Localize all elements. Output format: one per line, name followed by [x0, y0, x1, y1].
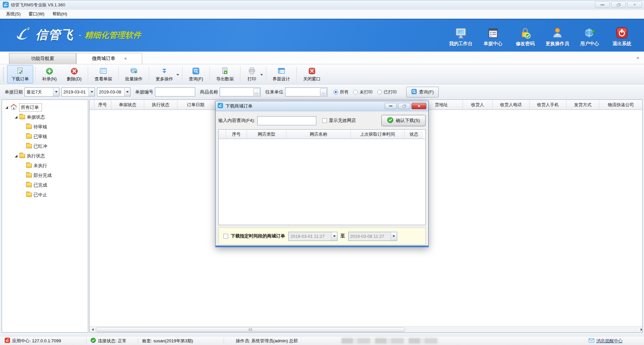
tree-expander-icon[interactable]	[15, 155, 17, 157]
range-from-combo[interactable]: 2019-03-01 11:27	[288, 232, 337, 241]
tree-expander-icon[interactable]	[5, 106, 8, 109]
close-window-button[interactable]: 关闭窗口	[299, 65, 325, 83]
download-orders-label: 下载订单	[11, 76, 29, 82]
menu-help[interactable]: 帮助(H)	[48, 10, 71, 18]
exit-system-button[interactable]: 退出系统	[606, 24, 638, 47]
change-password-button[interactable]: 修改密码	[509, 24, 541, 47]
col-seq[interactable]: 序号	[94, 100, 111, 110]
browse-ellipsis-button[interactable]: …	[320, 88, 327, 95]
dropdown-arrow-icon[interactable]	[260, 74, 263, 76]
menu-window[interactable]: 窗口(W)	[24, 10, 48, 18]
tree-item-aborted[interactable]: 已中止	[2, 190, 88, 200]
scroll-right-icon[interactable]	[636, 327, 642, 332]
toolbar-grip[interactable]	[3, 67, 4, 81]
confirm-download-button[interactable]: 确认下载(S)	[381, 115, 426, 126]
tree-item-audited[interactable]: 已审核	[2, 132, 88, 141]
shop-col-last-fetch-time[interactable]: 上次获取订单时间	[351, 130, 405, 139]
tree-item-pending-audit[interactable]: 待审核	[2, 122, 88, 132]
download-orders-button[interactable]: 下载订单	[7, 65, 33, 83]
close-button[interactable]: ×	[627, 1, 642, 8]
chevron-down-icon[interactable]	[53, 88, 59, 96]
filter-query-button[interactable]: 查询(F)	[406, 87, 439, 97]
supplement-button[interactable]: 补录(N)	[38, 65, 61, 83]
grid-indicator-column	[90, 100, 94, 110]
dialog-search-input[interactable]	[257, 116, 316, 125]
range-to-combo[interactable]: 2019-03-08 11:27	[348, 232, 397, 241]
col-ship-method[interactable]: 发货方式	[567, 100, 599, 110]
dialog-restore-button[interactable]	[398, 103, 410, 109]
tree-item-doc-status[interactable]: 单据状态	[2, 112, 88, 122]
tab-close-icon[interactable]: ×	[124, 56, 127, 61]
query-button[interactable]: 查询(F)	[184, 65, 208, 83]
more-operations-button[interactable]: 更多操作	[151, 65, 180, 83]
view-document-button[interactable]: 查看单据	[90, 65, 116, 83]
range-label: 下载指定时间段的商城订单	[231, 233, 285, 239]
minimize-button[interactable]	[595, 1, 610, 8]
tab-label: 功能导航窗	[31, 56, 54, 62]
dialog-close-button[interactable]: ×	[412, 103, 426, 109]
shop-col-type[interactable]: 网店类型	[247, 130, 286, 139]
scrollbar-thumb[interactable]	[96, 327, 405, 332]
dialog-minimize-button[interactable]	[385, 103, 397, 109]
ui-design-button[interactable]: 界面设计	[268, 65, 294, 83]
menu-system[interactable]: 系统(S)	[2, 10, 24, 18]
radio-all[interactable]: 所有	[333, 89, 348, 95]
document-center-button[interactable]: 单据中心	[477, 24, 509, 47]
switch-operator-label: 更换操作员	[546, 41, 569, 47]
status-message-center[interactable]: 消息提醒中心	[589, 336, 623, 345]
scroll-left-icon[interactable]	[90, 327, 96, 332]
date-from-combo[interactable]: 2019-03-01	[61, 87, 95, 96]
chevron-down-icon[interactable]	[124, 88, 130, 96]
show-invalid-shops-checkbox[interactable]: 显示无效网店	[322, 118, 356, 124]
tab-function-nav[interactable]: 功能导航窗	[9, 53, 76, 64]
delete-button[interactable]: 删除(D)	[62, 65, 86, 83]
tree-label-aborted: 已中止	[34, 192, 47, 198]
chevron-down-icon[interactable]	[89, 88, 95, 96]
tree-item-done[interactable]: 已完成	[2, 180, 88, 190]
horizontal-scrollbar[interactable]	[90, 326, 642, 332]
chevron-down-icon[interactable]	[391, 232, 397, 240]
tree-item-not-executed[interactable]: 未执行	[2, 161, 88, 170]
print-button[interactable]: 打印	[243, 65, 264, 83]
col-doc-status[interactable]: 单据状态	[111, 100, 144, 110]
col-consignee[interactable]: 收货人	[463, 100, 493, 110]
workbench-button[interactable]: 我的工作台	[445, 24, 477, 47]
radio-unprinted[interactable]: 未打印	[353, 89, 373, 95]
col-consignee-mobile[interactable]: 收货人手机	[530, 100, 567, 110]
checkbox-icon	[322, 118, 327, 123]
col-order-date[interactable]: 订单日期	[177, 100, 214, 110]
export-data-button[interactable]: 导出数据	[212, 65, 238, 83]
radio-printed[interactable]: 已打印	[377, 89, 397, 95]
batch-operation-button[interactable]: 批量操作	[121, 65, 147, 83]
tree-expander-icon[interactable]	[15, 116, 17, 119]
menu-bar: 系统(S) 窗口(W) 帮助(H)	[0, 10, 644, 19]
restore-button[interactable]	[611, 1, 626, 8]
dropdown-arrow-icon[interactable]	[176, 74, 179, 76]
shop-indicator-column	[219, 130, 226, 139]
date-to-combo[interactable]: 2019-03-08	[97, 87, 130, 96]
tree-item-exec-status[interactable]: 执行状态	[2, 151, 88, 161]
range-checkbox[interactable]	[223, 234, 228, 238]
shop-col-status[interactable]: 状态	[405, 130, 423, 139]
range-from-value: 2019-03-01 11:27	[289, 234, 331, 239]
radio-icon	[353, 90, 358, 94]
switch-operator-button[interactable]: 更换操作员	[541, 24, 574, 47]
col-consignee-phone[interactable]: 收货人电话	[493, 100, 530, 110]
chevron-down-icon[interactable]	[331, 232, 337, 240]
col-logistics-company[interactable]: 物流快递公司	[599, 100, 642, 110]
tabstrip-close-icon[interactable]: ×	[636, 55, 639, 61]
order-no-input[interactable]	[155, 87, 195, 96]
tree-item-reversed[interactable]: 已红冲	[2, 141, 88, 151]
user-center-button[interactable]: 用户中心	[574, 24, 606, 47]
col-exec-status[interactable]: 执行状态	[144, 100, 177, 110]
tree-item-partial-done[interactable]: 部分完成	[2, 170, 88, 180]
message-center-link[interactable]: 消息提醒中心	[596, 338, 623, 344]
tree-item-all-orders[interactable]: 所有订单	[2, 102, 88, 112]
date-preset-combo[interactable]: 最近7天	[24, 87, 59, 96]
shop-col-seq[interactable]: 序号	[226, 130, 247, 139]
dialog-title-bar[interactable]: 下载商城订单 ×	[216, 101, 428, 111]
browse-ellipsis-button[interactable]: …	[253, 88, 260, 95]
close-window-label: 关闭窗口	[303, 76, 321, 82]
tab-micro-mall-orders[interactable]: 微商城订单 ×	[76, 53, 142, 64]
shop-col-name[interactable]: 网店名称	[286, 130, 351, 139]
